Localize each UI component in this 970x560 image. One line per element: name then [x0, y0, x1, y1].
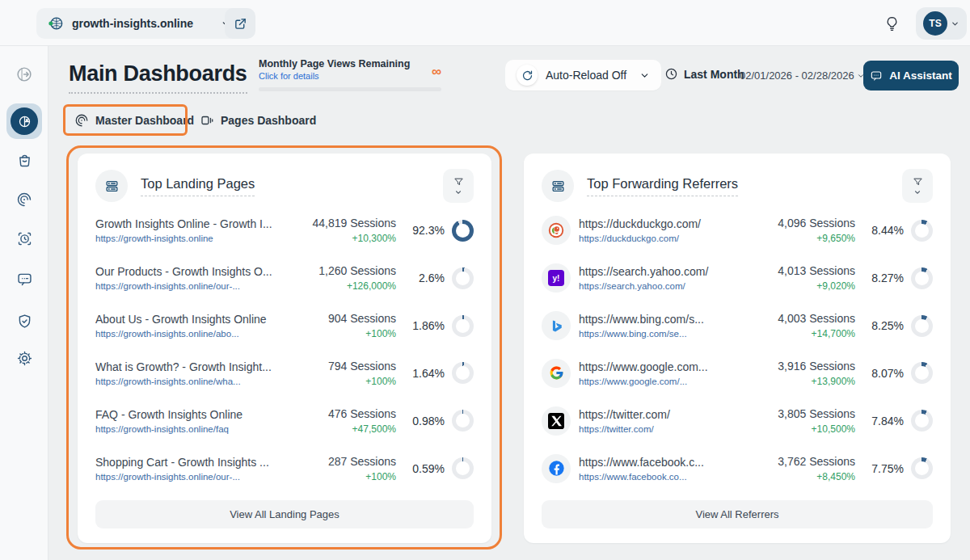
row-title-link[interactable]: Shopping Cart - Growth Insights ...: [95, 456, 291, 469]
user-menu[interactable]: TS: [916, 7, 967, 40]
list-widget-icon: [95, 170, 128, 202]
duckduckgo-favicon-icon: [542, 216, 571, 245]
referrer-row[interactable]: https://www.google.com...https://www.goo…: [542, 351, 933, 396]
filter-button[interactable]: [443, 169, 474, 203]
row-url-link[interactable]: https://www.google.com/...: [579, 377, 750, 386]
ecommerce-bag-icon: [16, 152, 33, 169]
tab-label: Master Dashboard: [95, 114, 194, 127]
sessions-value: 4,096 Sessions: [758, 217, 855, 229]
row-url-link[interactable]: https://growth-insights.online: [95, 234, 291, 243]
tab-pages-dashboard[interactable]: Pages Dashboard: [200, 110, 316, 131]
referrer-row[interactable]: https://duckduckgo.com/https://duckduckg…: [542, 208, 933, 253]
row-url-link[interactable]: https://duckduckgo.com/: [579, 234, 750, 243]
avatar: TS: [923, 11, 947, 36]
date-range-picker[interactable]: 02/01/2026 - 02/28/2026: [740, 69, 865, 82]
row-title-link[interactable]: https://www.google.com...: [579, 360, 750, 373]
sessions-value: 44,819 Sessions: [299, 217, 396, 229]
pages-dashboard-icon: [200, 113, 214, 128]
referrer-row[interactable]: https://www.bing.com/s...https://www.bin…: [542, 303, 933, 348]
donut-chart: [452, 315, 474, 337]
row-url-link[interactable]: https://www.bing.com/se...: [579, 329, 750, 339]
quota-title: Monthly Page Views Remaining: [259, 58, 441, 69]
share-percent-value: 0.59%: [412, 462, 445, 475]
sidebar-item-ecommerce[interactable]: [15, 150, 34, 170]
row-url-link[interactable]: https://growth-insights.online/our-...: [95, 281, 291, 291]
change-percentage: +100%: [299, 471, 396, 482]
period-selector[interactable]: Last Month: [664, 67, 744, 81]
sessions-value: 3,762 Sessions: [758, 455, 855, 468]
sessions-value: 904 Sessions: [299, 312, 396, 325]
sidebar-item-feedback[interactable]: [15, 269, 34, 288]
lightbulb-icon: [884, 15, 900, 32]
row-title-link[interactable]: Our Products - Growth Insights O...: [95, 265, 291, 278]
share-percent-value: 1.86%: [412, 319, 445, 332]
share-percent-value: 92.3%: [412, 224, 445, 237]
share-percent-value: 8.44%: [871, 224, 904, 237]
filter-button[interactable]: [902, 169, 933, 203]
view-all-landing-pages-button[interactable]: View All Landing Pages: [95, 500, 474, 528]
ai-assistant-button[interactable]: AI Assistant: [863, 61, 959, 91]
site-globe-icon: [48, 15, 64, 32]
row-title-link[interactable]: FAQ - Growth Insights Online: [95, 408, 291, 421]
collapse-panel-icon[interactable]: [15, 65, 34, 84]
donut-chart: [911, 220, 933, 242]
change-percentage: +47,500%: [299, 423, 396, 435]
sessions-value: 3,916 Sessions: [758, 360, 855, 373]
row-url-link[interactable]: https://twitter.com/: [579, 424, 750, 434]
row-url-link[interactable]: https://growth-insights.online/wha...: [95, 377, 291, 386]
donut-chart: [911, 362, 933, 384]
row-title-link[interactable]: What is Growth? - Growth Insight...: [95, 360, 291, 373]
row-title-link[interactable]: https://search.yahoo.com/: [579, 265, 750, 278]
row-title-link[interactable]: https://www.bing.com/s...: [579, 313, 750, 326]
infinity-icon: ∞: [432, 65, 441, 78]
sidebar-item-settings[interactable]: [15, 348, 34, 368]
open-site-button[interactable]: [225, 8, 255, 39]
sidebar-item-privacy[interactable]: [15, 311, 34, 331]
change-percentage: +126,000%: [299, 280, 396, 292]
tips-button[interactable]: [881, 13, 902, 34]
referrer-row[interactable]: https://www.facebook.c...https://www.fac…: [542, 446, 933, 491]
sidebar-item-behavior[interactable]: [15, 190, 34, 209]
share-percent-value: 7.75%: [871, 462, 904, 475]
donut-chart: [452, 220, 474, 242]
tab-master-dashboard[interactable]: Master Dashboard: [74, 110, 194, 131]
view-all-referrers-button[interactable]: View All Referrers: [542, 500, 933, 528]
landing-page-row[interactable]: Our Products - Growth Insights O...https…: [95, 255, 474, 301]
row-url-link[interactable]: https://www.facebook.co...: [579, 472, 750, 482]
quota-details-link[interactable]: Click for details: [259, 71, 441, 81]
row-title-link[interactable]: About Us - Growth Insights Online: [95, 313, 291, 326]
auto-reload-label: Auto-Reload Off: [546, 69, 626, 82]
sessions-value: 3,805 Sessions: [758, 407, 855, 420]
auto-reload-dropdown[interactable]: Auto-Reload Off: [505, 60, 661, 91]
row-url-link[interactable]: https://growth-insights.online/faq: [95, 424, 291, 434]
sidebar-item-session-recordings[interactable]: [15, 229, 34, 248]
row-url-link[interactable]: https://search.yahoo.com/: [579, 281, 750, 291]
donut-chart: [452, 410, 474, 432]
landing-page-row[interactable]: What is Growth? - Growth Insight...https…: [95, 351, 474, 396]
row-url-link[interactable]: https://growth-insights.online/abo...: [95, 329, 291, 339]
row-title-link[interactable]: https://www.facebook.c...: [579, 456, 750, 469]
landing-page-row[interactable]: About Us - Growth Insights Onlinehttps:/…: [95, 303, 474, 348]
referrer-row[interactable]: https://twitter.com/https://twitter.com/…: [542, 398, 933, 444]
clock-icon: [664, 67, 678, 81]
referrers-list: https://duckduckgo.com/https://duckduckg…: [542, 207, 933, 492]
top-forwarding-referrers-card: Top Forwarding Referrers https://duckduc…: [524, 154, 951, 543]
row-title-link[interactable]: Growth Insights Online - Growth I...: [95, 217, 291, 230]
landing-page-row[interactable]: Shopping Cart - Growth Insights ...https…: [95, 446, 474, 491]
card-header: Top Landing Pages: [95, 168, 474, 204]
bing-favicon-icon: [542, 311, 571, 340]
row-title-link[interactable]: https://duckduckgo.com/: [579, 217, 750, 230]
change-percentage: +9,650%: [758, 233, 855, 244]
quota-widget[interactable]: Monthly Page Views Remaining Click for d…: [259, 58, 441, 91]
landing-page-row[interactable]: Growth Insights Online - Growth I...http…: [95, 208, 474, 253]
landing-page-row[interactable]: FAQ - Growth Insights Onlinehttps://grow…: [95, 398, 474, 444]
twitter-favicon-icon: [542, 406, 571, 436]
date-range-value: 02/01/2026 - 02/28/2026: [740, 69, 854, 82]
facebook-favicon-icon: [542, 454, 571, 483]
sessions-value: 4,013 Sessions: [758, 264, 855, 277]
row-url-link[interactable]: https://growth-insights.online/our-...: [95, 472, 291, 482]
row-title-link[interactable]: https://twitter.com/: [579, 408, 750, 421]
site-selector[interactable]: growth-insights.online: [36, 8, 242, 39]
referrer-row[interactable]: y!https://search.yahoo.com/https://searc…: [542, 255, 933, 301]
sidebar-item-dashboards[interactable]: [6, 103, 42, 139]
